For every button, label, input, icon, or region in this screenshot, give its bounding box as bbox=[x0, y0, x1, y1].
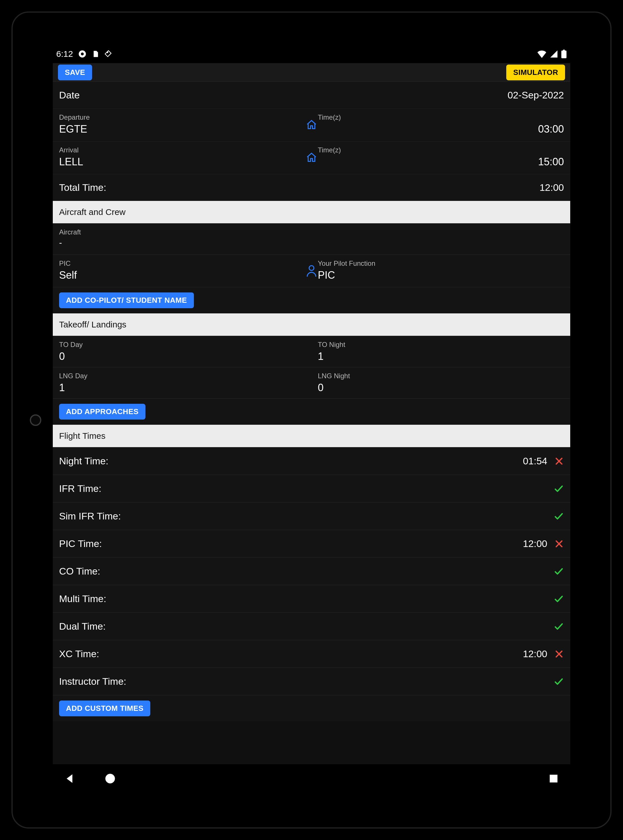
svg-point-12 bbox=[105, 774, 115, 783]
landing-row[interactable]: LNG Day 1 LNG Night 0 bbox=[53, 367, 570, 398]
aircraft-row[interactable]: Aircraft - bbox=[53, 223, 570, 255]
pilot-function-value: PIC bbox=[318, 269, 564, 281]
svg-rect-13 bbox=[550, 775, 558, 783]
home-icon[interactable] bbox=[306, 119, 317, 131]
total-time-value: 12:00 bbox=[540, 182, 564, 193]
aircraft-label: Aircraft bbox=[59, 228, 564, 236]
to-night-value: 1 bbox=[318, 351, 564, 363]
close-icon[interactable] bbox=[554, 649, 564, 659]
flight-time-row[interactable]: PIC Time:12:00 bbox=[53, 530, 570, 557]
svg-point-5 bbox=[309, 266, 314, 271]
svg-point-1 bbox=[81, 52, 84, 55]
status-icon-tag bbox=[104, 50, 112, 58]
save-button[interactable]: SAVE bbox=[58, 65, 92, 80]
section-takeoff-landings: Takeoff/ Landings bbox=[53, 313, 570, 336]
lng-night-value: 0 bbox=[318, 382, 564, 394]
date-label: Date bbox=[59, 89, 80, 101]
pilot-function-label: Your Pilot Function bbox=[318, 259, 564, 268]
check-icon[interactable] bbox=[554, 594, 564, 604]
android-navbar bbox=[53, 764, 570, 793]
status-icon-notification bbox=[78, 50, 87, 58]
flight-time-row[interactable]: Sim IFR Time: bbox=[53, 502, 570, 530]
close-icon[interactable] bbox=[554, 539, 564, 549]
home-icon[interactable] bbox=[306, 152, 317, 163]
to-day-value: 0 bbox=[59, 351, 305, 363]
to-day-label: TO Day bbox=[59, 341, 305, 349]
lng-day-value: 1 bbox=[59, 382, 305, 394]
flight-time-row[interactable]: Multi Time: bbox=[53, 585, 570, 612]
date-row[interactable]: Date 02-Sep-2022 bbox=[53, 82, 570, 108]
svg-point-2 bbox=[107, 52, 108, 53]
arrival-label: Arrival bbox=[59, 146, 305, 154]
simulator-button[interactable]: SIMULATOR bbox=[506, 65, 565, 80]
status-icon-file bbox=[92, 50, 99, 58]
section-aircraft-crew: Aircraft and Crew bbox=[53, 201, 570, 223]
lng-night-label: LNG Night bbox=[318, 372, 564, 380]
flight-time-value: 12:00 bbox=[523, 648, 547, 660]
flight-time-label: Instructor Time: bbox=[59, 676, 126, 687]
departure-time-label: Time(z) bbox=[318, 113, 341, 122]
flight-time-row[interactable]: XC Time:12:00 bbox=[53, 640, 570, 668]
flight-time-row[interactable]: Dual Time: bbox=[53, 612, 570, 640]
flight-time-label: Night Time: bbox=[59, 455, 109, 467]
add-approaches-row: ADD APPROACHES bbox=[53, 398, 570, 425]
battery-icon bbox=[561, 50, 567, 58]
flight-time-row[interactable]: CO Time: bbox=[53, 557, 570, 585]
arrival-time-label: Time(z) bbox=[318, 146, 341, 154]
flight-time-label: XC Time: bbox=[59, 648, 99, 660]
status-time: 6:12 bbox=[56, 49, 73, 59]
check-icon[interactable] bbox=[554, 511, 564, 522]
flight-time-row[interactable]: Night Time:01:54 bbox=[53, 447, 570, 475]
check-icon[interactable] bbox=[554, 483, 564, 494]
svg-rect-4 bbox=[563, 50, 565, 51]
arrival-row[interactable]: Arrival LELL Time(z) 15:00 bbox=[53, 141, 570, 174]
svg-rect-3 bbox=[561, 51, 566, 58]
departure-time: 03:00 bbox=[538, 123, 564, 135]
nav-home-icon[interactable] bbox=[104, 773, 116, 784]
content-scroll[interactable]: Date 02-Sep-2022 Departure EGTE Time(z) … bbox=[53, 82, 570, 764]
close-icon[interactable] bbox=[554, 456, 564, 466]
departure-row[interactable]: Departure EGTE Time(z) 03:00 bbox=[53, 108, 570, 141]
signal-icon bbox=[549, 50, 558, 58]
departure-code: EGTE bbox=[59, 123, 305, 135]
add-copilot-row: ADD CO-PILOT/ STUDENT NAME bbox=[53, 287, 570, 313]
flight-time-row[interactable]: IFR Time: bbox=[53, 475, 570, 502]
flight-time-label: Sim IFR Time: bbox=[59, 511, 121, 522]
flight-time-label: PIC Time: bbox=[59, 538, 102, 549]
wifi-icon bbox=[537, 50, 547, 58]
device-side-button bbox=[30, 414, 41, 426]
arrival-time: 15:00 bbox=[538, 156, 564, 168]
flight-time-label: Dual Time: bbox=[59, 621, 106, 632]
section-flight-times: Flight Times bbox=[53, 425, 570, 447]
total-time-label: Total Time: bbox=[59, 182, 106, 193]
flight-time-row[interactable]: Instructor Time: bbox=[53, 668, 570, 695]
flight-time-label: IFR Time: bbox=[59, 483, 101, 494]
nav-recent-icon[interactable] bbox=[548, 774, 559, 784]
app-bar: SAVE SIMULATOR bbox=[53, 63, 570, 82]
flight-time-label: Multi Time: bbox=[59, 593, 106, 605]
arrival-code: LELL bbox=[59, 156, 305, 168]
flight-time-label: CO Time: bbox=[59, 566, 100, 577]
add-custom-times-button[interactable]: ADD CUSTOM TIMES bbox=[59, 700, 150, 716]
date-value: 02-Sep-2022 bbox=[507, 89, 564, 101]
pic-label: PIC bbox=[59, 259, 305, 268]
total-time-row: Total Time: 12:00 bbox=[53, 174, 570, 201]
check-icon[interactable] bbox=[554, 621, 564, 632]
check-icon[interactable] bbox=[554, 677, 564, 687]
check-icon[interactable] bbox=[554, 566, 564, 577]
lng-day-label: LNG Day bbox=[59, 372, 305, 380]
status-bar: 6:12 bbox=[53, 47, 570, 63]
nav-back-icon[interactable] bbox=[64, 773, 76, 784]
add-copilot-button[interactable]: ADD CO-PILOT/ STUDENT NAME bbox=[59, 292, 194, 308]
flight-time-value: 12:00 bbox=[523, 538, 547, 549]
pic-row[interactable]: PIC Self Your Pilot Function PIC bbox=[53, 255, 570, 287]
departure-label: Departure bbox=[59, 113, 305, 122]
to-night-label: TO Night bbox=[318, 341, 564, 349]
person-icon[interactable] bbox=[306, 265, 317, 277]
add-custom-times-row: ADD CUSTOM TIMES bbox=[53, 695, 570, 722]
takeoff-row[interactable]: TO Day 0 TO Night 1 bbox=[53, 336, 570, 367]
flight-time-value: 01:54 bbox=[523, 455, 547, 467]
add-approaches-button[interactable]: ADD APPROACHES bbox=[59, 404, 146, 420]
pic-value: Self bbox=[59, 269, 305, 281]
aircraft-value: - bbox=[59, 238, 564, 248]
